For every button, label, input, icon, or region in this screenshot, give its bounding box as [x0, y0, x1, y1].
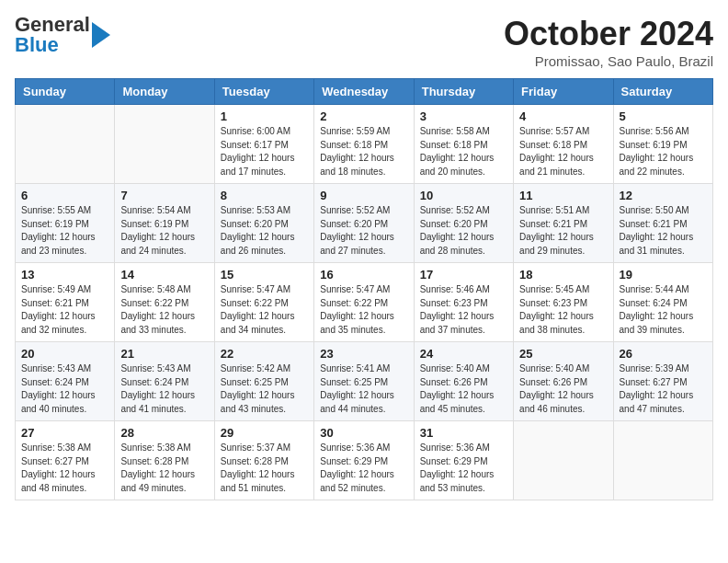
weekday-header-wednesday: Wednesday	[314, 79, 414, 105]
calendar-cell: 4 Sunrise: 5:57 AM Sunset: 6:18 PM Dayli…	[514, 105, 613, 184]
day-info: Sunrise: 5:50 AM Sunset: 6:21 PM Dayligh…	[620, 204, 707, 258]
calendar-cell: 10 Sunrise: 5:52 AM Sunset: 6:20 PM Dayl…	[414, 184, 513, 263]
calendar-cell: 5 Sunrise: 5:56 AM Sunset: 6:19 PM Dayli…	[613, 105, 712, 184]
day-info: Sunrise: 5:56 AM Sunset: 6:19 PM Dayligh…	[620, 125, 707, 178]
day-number: 13	[21, 268, 108, 282]
calendar-cell: 29 Sunrise: 5:37 AM Sunset: 6:28 PM Dayl…	[214, 421, 313, 500]
weekday-header-tuesday: Tuesday	[214, 79, 313, 105]
day-info: Sunrise: 5:39 AM Sunset: 6:27 PM Dayligh…	[620, 362, 707, 416]
calendar-cell: 20 Sunrise: 5:43 AM Sunset: 6:24 PM Dayl…	[16, 342, 115, 421]
day-number: 22	[221, 347, 308, 361]
day-number: 28	[120, 426, 208, 440]
location-subtitle: Promissao, Sao Paulo, Brazil	[504, 53, 713, 69]
day-number: 16	[320, 268, 407, 282]
month-year-title: October 2024	[504, 15, 713, 53]
day-info: Sunrise: 5:37 AM Sunset: 6:28 PM Dayligh…	[221, 442, 308, 495]
day-number: 26	[620, 347, 707, 361]
calendar-week-row: 1 Sunrise: 6:00 AM Sunset: 6:17 PM Dayli…	[16, 105, 713, 184]
day-info: Sunrise: 5:52 AM Sunset: 6:20 PM Dayligh…	[420, 204, 507, 258]
day-number: 1	[221, 109, 308, 123]
svg-marker-0	[92, 22, 110, 48]
day-info: Sunrise: 5:45 AM Sunset: 6:23 PM Dayligh…	[519, 283, 607, 337]
day-info: Sunrise: 5:43 AM Sunset: 6:24 PM Dayligh…	[21, 362, 108, 416]
day-info: Sunrise: 5:40 AM Sunset: 6:26 PM Dayligh…	[519, 362, 607, 416]
calendar-cell: 18 Sunrise: 5:45 AM Sunset: 6:23 PM Dayl…	[514, 263, 613, 342]
calendar-week-row: 6 Sunrise: 5:55 AM Sunset: 6:19 PM Dayli…	[16, 184, 713, 263]
day-number: 8	[221, 189, 308, 202]
calendar-cell: 17 Sunrise: 5:46 AM Sunset: 6:23 PM Dayl…	[414, 263, 513, 342]
calendar-cell: 31 Sunrise: 5:36 AM Sunset: 6:29 PM Dayl…	[414, 421, 513, 500]
calendar-cell: 30 Sunrise: 5:36 AM Sunset: 6:29 PM Dayl…	[314, 421, 414, 500]
calendar-cell: 2 Sunrise: 5:59 AM Sunset: 6:18 PM Dayli…	[314, 105, 414, 184]
calendar-cell: 1 Sunrise: 6:00 AM Sunset: 6:17 PM Dayli…	[214, 105, 313, 184]
day-number: 29	[221, 426, 308, 440]
day-info: Sunrise: 5:49 AM Sunset: 6:21 PM Dayligh…	[21, 283, 108, 337]
calendar-cell: 7 Sunrise: 5:54 AM Sunset: 6:19 PM Dayli…	[115, 184, 214, 263]
calendar-cell: 23 Sunrise: 5:41 AM Sunset: 6:25 PM Dayl…	[314, 342, 414, 421]
day-info: Sunrise: 5:53 AM Sunset: 6:20 PM Dayligh…	[221, 204, 308, 258]
calendar-cell: 3 Sunrise: 5:58 AM Sunset: 6:18 PM Dayli…	[414, 105, 513, 184]
calendar-cell: 8 Sunrise: 5:53 AM Sunset: 6:20 PM Dayli…	[214, 184, 313, 263]
weekday-header-friday: Friday	[514, 79, 613, 105]
day-info: Sunrise: 5:44 AM Sunset: 6:24 PM Dayligh…	[620, 283, 707, 337]
calendar-cell	[115, 105, 214, 184]
day-number: 31	[420, 426, 507, 440]
day-info: Sunrise: 5:48 AM Sunset: 6:22 PM Dayligh…	[120, 283, 208, 337]
day-number: 27	[21, 426, 108, 440]
day-info: Sunrise: 5:52 AM Sunset: 6:20 PM Dayligh…	[320, 204, 407, 258]
day-info: Sunrise: 5:38 AM Sunset: 6:28 PM Dayligh…	[120, 442, 208, 495]
calendar-cell: 6 Sunrise: 5:55 AM Sunset: 6:19 PM Dayli…	[16, 184, 115, 263]
day-info: Sunrise: 5:54 AM Sunset: 6:19 PM Dayligh…	[120, 204, 208, 258]
day-number: 5	[620, 109, 707, 123]
title-block: October 2024 Promissao, Sao Paulo, Brazi…	[504, 15, 713, 69]
day-info: Sunrise: 5:55 AM Sunset: 6:19 PM Dayligh…	[21, 204, 108, 258]
day-info: Sunrise: 5:40 AM Sunset: 6:26 PM Dayligh…	[420, 362, 507, 416]
calendar-cell: 28 Sunrise: 5:38 AM Sunset: 6:28 PM Dayl…	[115, 421, 214, 500]
day-number: 19	[620, 268, 707, 282]
day-info: Sunrise: 5:59 AM Sunset: 6:18 PM Dayligh…	[320, 125, 407, 178]
day-number: 14	[120, 268, 208, 282]
logo-triangle-icon	[92, 22, 110, 48]
weekday-header-monday: Monday	[115, 79, 214, 105]
page-header: General Blue October 2024 Promissao, Sao…	[15, 15, 713, 69]
calendar-cell: 9 Sunrise: 5:52 AM Sunset: 6:20 PM Dayli…	[314, 184, 414, 263]
day-number: 3	[420, 109, 507, 123]
day-number: 6	[21, 189, 108, 202]
day-number: 9	[320, 189, 407, 202]
day-number: 21	[120, 347, 208, 361]
day-info: Sunrise: 5:43 AM Sunset: 6:24 PM Dayligh…	[120, 362, 208, 416]
calendar-week-row: 20 Sunrise: 5:43 AM Sunset: 6:24 PM Dayl…	[16, 342, 713, 421]
calendar-cell: 22 Sunrise: 5:42 AM Sunset: 6:25 PM Dayl…	[214, 342, 313, 421]
day-info: Sunrise: 5:47 AM Sunset: 6:22 PM Dayligh…	[320, 283, 407, 337]
calendar-cell: 21 Sunrise: 5:43 AM Sunset: 6:24 PM Dayl…	[115, 342, 214, 421]
calendar-week-row: 27 Sunrise: 5:38 AM Sunset: 6:27 PM Dayl…	[16, 421, 713, 500]
calendar-cell: 26 Sunrise: 5:39 AM Sunset: 6:27 PM Dayl…	[613, 342, 712, 421]
day-info: Sunrise: 5:46 AM Sunset: 6:23 PM Dayligh…	[420, 283, 507, 337]
calendar-cell: 14 Sunrise: 5:48 AM Sunset: 6:22 PM Dayl…	[115, 263, 214, 342]
calendar-cell: 25 Sunrise: 5:40 AM Sunset: 6:26 PM Dayl…	[514, 342, 613, 421]
calendar-cell	[16, 105, 115, 184]
day-info: Sunrise: 5:57 AM Sunset: 6:18 PM Dayligh…	[519, 125, 607, 178]
logo: General Blue	[15, 15, 110, 55]
day-number: 4	[519, 109, 607, 123]
calendar-cell: 24 Sunrise: 5:40 AM Sunset: 6:26 PM Dayl…	[414, 342, 513, 421]
day-info: Sunrise: 5:38 AM Sunset: 6:27 PM Dayligh…	[21, 442, 108, 495]
day-info: Sunrise: 6:00 AM Sunset: 6:17 PM Dayligh…	[221, 125, 308, 178]
calendar-cell	[514, 421, 613, 500]
day-number: 2	[320, 109, 407, 123]
calendar-cell: 19 Sunrise: 5:44 AM Sunset: 6:24 PM Dayl…	[613, 263, 712, 342]
calendar-week-row: 13 Sunrise: 5:49 AM Sunset: 6:21 PM Dayl…	[16, 263, 713, 342]
day-number: 20	[21, 347, 108, 361]
day-number: 15	[221, 268, 308, 282]
day-number: 18	[519, 268, 607, 282]
logo-blue-text: Blue	[15, 33, 59, 56]
day-number: 25	[519, 347, 607, 361]
weekday-header-thursday: Thursday	[414, 79, 513, 105]
day-number: 11	[519, 189, 607, 202]
day-info: Sunrise: 5:42 AM Sunset: 6:25 PM Dayligh…	[221, 362, 308, 416]
day-info: Sunrise: 5:36 AM Sunset: 6:29 PM Dayligh…	[420, 442, 507, 495]
calendar-cell: 13 Sunrise: 5:49 AM Sunset: 6:21 PM Dayl…	[16, 263, 115, 342]
day-info: Sunrise: 5:36 AM Sunset: 6:29 PM Dayligh…	[320, 442, 407, 495]
weekday-header-saturday: Saturday	[613, 79, 712, 105]
calendar-table: SundayMondayTuesdayWednesdayThursdayFrid…	[15, 78, 713, 500]
